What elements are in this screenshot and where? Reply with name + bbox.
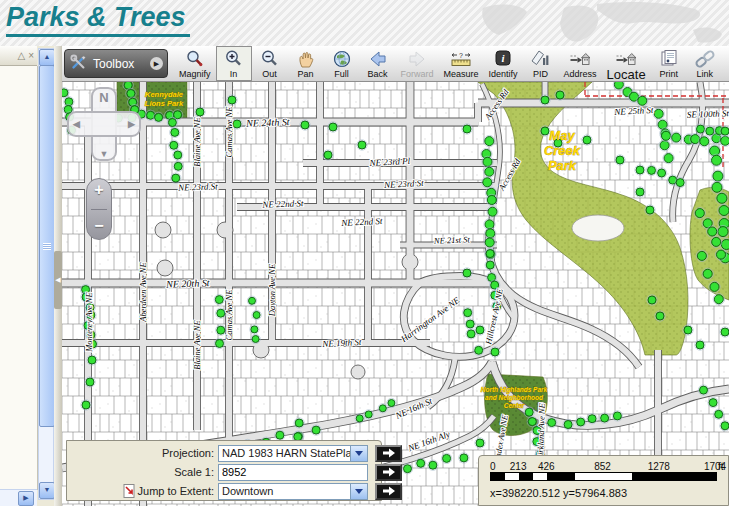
cursor-coordinates: x=398220.512 y=57964.883 xyxy=(490,487,627,499)
toolbar-button-back[interactable]: Back xyxy=(360,46,396,81)
svg-text:Lions Park: Lions Park xyxy=(145,99,184,108)
toolbox-button[interactable]: Toolbox ▶ xyxy=(64,49,168,78)
toolbar-button-label: Pan xyxy=(298,69,314,79)
bookmark-page-icon xyxy=(123,484,135,498)
pan-north-button[interactable]: N xyxy=(99,90,108,105)
svg-text:NE 22nd St: NE 22nd St xyxy=(261,198,304,209)
zoom-out-button[interactable]: − xyxy=(87,217,111,235)
jump-label-wrap: Jump to Extent: xyxy=(71,484,218,498)
toolbox-expand-icon[interactable]: ▶ xyxy=(150,57,163,70)
projection-value: NAD 1983 HARN StatePlane xyxy=(219,447,350,459)
toolbox-label: Toolbox xyxy=(93,57,144,71)
identify-icon: i xyxy=(492,48,514,70)
scroll-right-icon[interactable]: ▶ xyxy=(18,491,34,506)
jump-extent-value: Downtown xyxy=(219,485,350,497)
toolbar-button-magnify[interactable]: Magnify xyxy=(174,46,216,81)
toolbar-button-forward[interactable]: Forward xyxy=(396,46,439,81)
toolbar-button-pan[interactable]: Pan xyxy=(288,46,324,81)
svg-text:NE 19th St: NE 19th St xyxy=(321,337,362,349)
toolbox-icon xyxy=(69,53,87,75)
status-panel: ft 021342685212781704 x=398220.512 y=579… xyxy=(478,455,729,506)
toolbar-button-label: In xyxy=(230,69,238,79)
chevron-down-icon[interactable] xyxy=(350,484,367,499)
sidebar-horizontal-scrollbar[interactable]: ▶ xyxy=(0,489,37,506)
map-pan-control[interactable]: N ▼ ◀ ▶ xyxy=(67,87,141,161)
toolbar-button-pid[interactable]: PID xyxy=(523,46,559,81)
collapse-icon[interactable]: △ xyxy=(17,50,25,61)
page-title: Parks & Trees xyxy=(6,2,190,37)
splitter-collapse-handle[interactable]: ◀ xyxy=(54,251,62,309)
svg-text:Aberdeen Ave NE: Aberdeen Ave NE xyxy=(138,261,148,322)
scale-bar: ft 021342685212781704 xyxy=(490,461,715,479)
svg-text:NE 23rd St: NE 23rd St xyxy=(177,181,218,192)
scale-go-button[interactable] xyxy=(375,464,402,481)
svg-text:NE 20th St: NE 20th St xyxy=(165,277,210,290)
scroll-up-icon[interactable]: ▲ xyxy=(39,49,55,66)
toolbar-button-zoom-in[interactable]: In xyxy=(216,46,252,81)
pan-east-button[interactable]: ▶ xyxy=(128,119,135,129)
pan-south-button[interactable]: ▼ xyxy=(100,149,109,159)
projection-select[interactable]: NAD 1983 HARN StatePlane xyxy=(218,445,368,462)
map-controls-panel: Projection: NAD 1983 HARN StatePlane Sca… xyxy=(66,440,382,501)
print-icon xyxy=(658,48,680,70)
svg-text:May: May xyxy=(549,128,575,143)
scale-input[interactable] xyxy=(218,464,368,481)
svg-text:Park: Park xyxy=(548,158,577,173)
scale-bar-tick: 213 xyxy=(510,461,527,472)
toolbar-button-label: PID xyxy=(533,69,548,79)
scale-bar-tick: 852 xyxy=(594,461,611,472)
full-icon xyxy=(331,48,353,70)
zoom-control-divider xyxy=(91,209,107,210)
toolbar-button-label: Magnify xyxy=(179,69,211,79)
svg-text:Blaine Ave NE: Blaine Ave NE xyxy=(192,319,202,369)
zoom-in-button[interactable]: + xyxy=(87,181,111,199)
toolbar-button-full[interactable]: Full xyxy=(324,46,360,81)
toolbar-button-identify[interactable]: iIdentify xyxy=(484,46,523,81)
svg-text:Blaine Ave NE: Blaine Ave NE xyxy=(192,116,202,166)
pan-west-button[interactable]: ◀ xyxy=(73,119,80,129)
link-icon xyxy=(694,48,716,70)
scale-bar-tick: 1278 xyxy=(648,461,670,472)
pond xyxy=(572,215,624,241)
left-sidebar: △ × ▲ ▼ ▶ ◀ xyxy=(0,46,62,506)
svg-text:NE 25th St: NE 25th St xyxy=(613,105,654,117)
svg-text:Creek: Creek xyxy=(544,143,581,158)
scale-bar-tick: 1704 xyxy=(704,461,726,472)
toolbar-button-address[interactable]: Address xyxy=(559,46,602,81)
map-zoom-control[interactable]: + − xyxy=(86,178,112,240)
toolbar-button-print[interactable]: Print xyxy=(651,46,687,81)
svg-text:Center: Center xyxy=(504,402,525,409)
scale-bar-segment xyxy=(491,473,505,480)
jump-go-button[interactable] xyxy=(375,483,402,500)
map-viewport[interactable]: NE 24th StNE 23rd PlNE 23rd StNE 23rd St… xyxy=(62,82,729,506)
address-icon xyxy=(569,48,591,70)
toolbar-button-zoom-out[interactable]: Out xyxy=(252,46,288,81)
toolbar-buttons: MagnifyInOutPanFullBackForward?MeasureiI… xyxy=(174,46,723,81)
zoom-out-icon xyxy=(259,48,281,70)
toolbar-button-link[interactable]: Link xyxy=(687,46,723,81)
sidebar-vertical-scrollbar[interactable]: ▲ ▼ xyxy=(38,48,54,500)
chevron-down-icon[interactable] xyxy=(350,446,367,461)
sidebar-header: △ × xyxy=(0,46,37,66)
scale-label: Scale 1: xyxy=(71,466,218,478)
magnify-icon xyxy=(184,48,206,70)
svg-text:Kennydale: Kennydale xyxy=(145,90,183,99)
scale-bar-tick: 426 xyxy=(538,461,555,472)
jump-extent-select[interactable]: Downtown xyxy=(218,483,368,500)
toolbar-button-measure[interactable]: ?Measure xyxy=(439,46,484,81)
scroll-down-icon[interactable]: ▼ xyxy=(39,482,55,499)
pan-icon xyxy=(295,48,317,70)
zoom-in-icon xyxy=(223,48,245,70)
pid-icon xyxy=(530,48,552,70)
scale-bar-segment xyxy=(547,473,575,480)
toolbar-button-label: Address xyxy=(564,69,597,79)
toolbar-button-label: Forward xyxy=(401,69,434,79)
close-icon[interactable]: × xyxy=(28,50,34,61)
svg-text:Monterey Ave NE: Monterey Ave NE xyxy=(84,291,94,352)
projection-go-button[interactable] xyxy=(375,445,402,462)
toolbar-button-label: Locate xyxy=(607,67,646,82)
scrollbar-thumb[interactable] xyxy=(39,65,55,427)
jump-row: Jump to Extent: Downtown xyxy=(71,482,377,500)
toolbar-button-locate[interactable]: Locate xyxy=(602,46,651,81)
toolbar-button-label: Back xyxy=(368,69,388,79)
